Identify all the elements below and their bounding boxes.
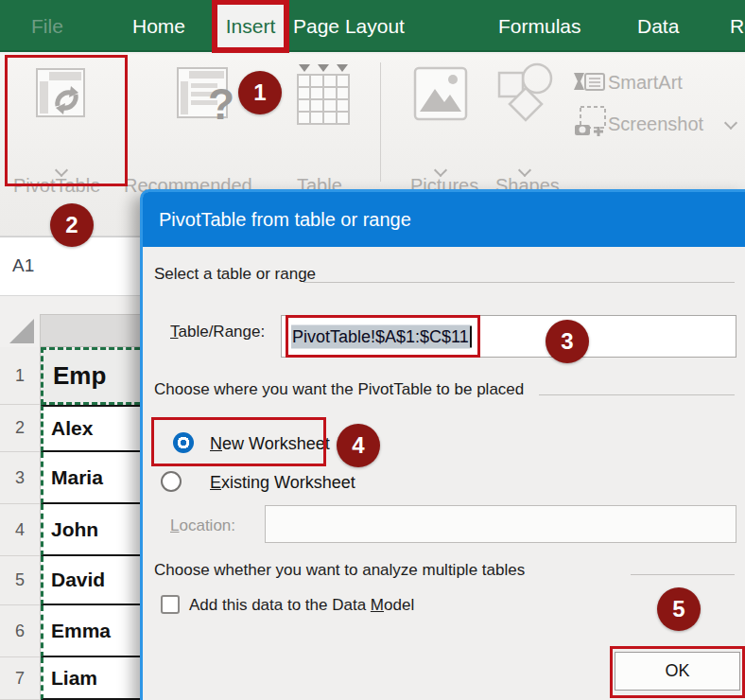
step-badge-4: 4 bbox=[337, 424, 380, 467]
tab-review-clipped[interactable]: Re bbox=[730, 0, 745, 52]
pictures-dropdown-chevron-icon[interactable] bbox=[435, 166, 445, 176]
ribbon-group-divider bbox=[380, 62, 381, 182]
highlight-box-table-range bbox=[286, 315, 480, 358]
row-header-7[interactable]: 7 bbox=[0, 657, 41, 700]
location-label: Location: bbox=[170, 516, 235, 535]
highlight-box-insert-tab bbox=[212, 0, 289, 53]
radio-existing-worksheet[interactable] bbox=[161, 471, 182, 492]
section-multiple-tables: Choose whether you want to analyze multi… bbox=[154, 561, 525, 580]
dialog-title-bar[interactable]: PivotTable from table or range bbox=[143, 192, 745, 247]
name-box[interactable]: A1 bbox=[12, 255, 34, 276]
tab-home[interactable]: Home bbox=[132, 0, 185, 52]
row-header-1[interactable]: 1 bbox=[0, 347, 41, 405]
pictures-icon bbox=[413, 66, 468, 123]
tab-formulas[interactable]: Formulas bbox=[498, 0, 581, 52]
row-header-6[interactable]: 6 bbox=[0, 605, 41, 657]
row-header-2[interactable]: 2 bbox=[0, 405, 41, 452]
shapes-dropdown-chevron-icon[interactable] bbox=[519, 166, 529, 176]
dialog-title: PivotTable from table or range bbox=[159, 192, 411, 247]
row-header-5[interactable]: 5 bbox=[0, 556, 41, 605]
table-icon bbox=[295, 62, 352, 127]
highlight-box-ok-button bbox=[610, 646, 745, 698]
tab-page-layout[interactable]: Page Layout bbox=[293, 0, 405, 52]
add-to-data-model-label: Add this data to the Data Model bbox=[189, 596, 414, 615]
section-rule bbox=[631, 574, 735, 575]
screenshot-icon bbox=[573, 106, 607, 140]
select-all-triangle-icon bbox=[9, 319, 34, 343]
table-range-label: Table/Range: bbox=[170, 323, 265, 341]
section-choose-where: Choose where you want the PivotTable to … bbox=[154, 380, 524, 399]
smartart-button[interactable]: SmartArt bbox=[608, 72, 683, 94]
section-rule bbox=[303, 282, 735, 283]
section-select-table: Select a table or range bbox=[154, 265, 316, 284]
highlight-box-pivottable-button bbox=[5, 55, 128, 186]
step-badge-3: 3 bbox=[546, 320, 589, 363]
shapes-icon bbox=[495, 61, 556, 126]
tab-data[interactable]: Data bbox=[637, 0, 679, 52]
row-header-4[interactable]: 4 bbox=[0, 504, 41, 556]
recommended-pivottables-icon: ? bbox=[176, 66, 238, 132]
location-input[interactable] bbox=[265, 505, 736, 543]
smartart-icon bbox=[573, 70, 605, 95]
highlight-box-new-worksheet bbox=[151, 417, 326, 466]
row-header-3[interactable]: 3 bbox=[0, 452, 41, 504]
radio-existing-worksheet-label: Existing Worksheet bbox=[210, 473, 355, 493]
add-to-data-model-checkbox[interactable] bbox=[161, 595, 180, 614]
section-rule bbox=[539, 394, 735, 395]
step-badge-2: 2 bbox=[50, 203, 94, 247]
step-badge-5: 5 bbox=[657, 587, 701, 631]
ribbon-tab-bar: File Home Page Layout Formulas Data Re I… bbox=[0, 0, 745, 52]
select-all-corner[interactable] bbox=[0, 314, 41, 347]
step-badge-1: 1 bbox=[238, 71, 282, 114]
screenshot-button[interactable]: Screenshot bbox=[608, 114, 703, 135]
svg-text:?: ? bbox=[208, 79, 234, 129]
tab-file[interactable]: File bbox=[31, 0, 63, 52]
screenshot-dropdown-chevron-icon[interactable] bbox=[725, 118, 736, 129]
